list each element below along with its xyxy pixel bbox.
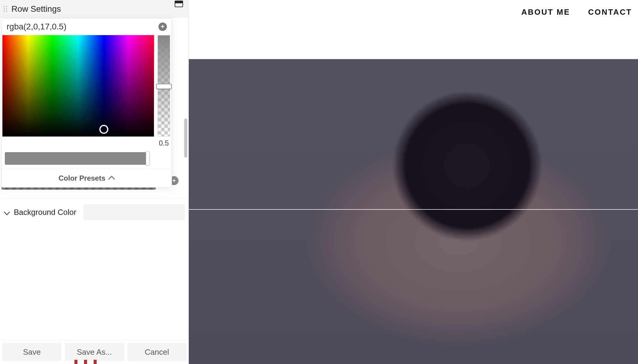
add-color-button[interactable]: + [158,23,167,31]
color-spectrum[interactable] [2,35,154,137]
save-button[interactable]: Save [2,343,61,361]
preview-divider-line [189,209,638,210]
alpha-value-text: 0.5 [159,139,169,147]
color-picker-header: rgba(2,0,17,0.5) + [2,18,172,35]
panel-scrollbar[interactable] [184,119,187,158]
color-presets-toggle[interactable]: Color Presets [2,169,172,187]
cancel-button[interactable]: Cancel [128,343,186,361]
nav-about-link[interactable]: ABOUT ME [521,8,570,17]
page-preview [189,59,638,364]
color-picker-popover: rgba(2,0,17,0.5) + 0.5 [2,18,172,188]
nav-contact-link[interactable]: CONTACT [588,8,632,17]
save-as-button[interactable]: Save As... [65,343,124,361]
drag-handle-icon[interactable] [4,6,7,12]
red-marks [74,360,97,364]
preview-color-overlay [189,59,638,364]
window-icon[interactable] [175,1,183,7]
background-color-field[interactable] [83,204,185,220]
chevron-down-icon [4,209,10,215]
alpha-slider[interactable] [158,35,170,137]
spectrum-cursor[interactable] [99,125,108,134]
background-color-section[interactable]: Background Color [0,199,189,225]
saturation-handle[interactable] [146,151,149,166]
chevron-up-icon [108,176,115,183]
section-title: Background Color [14,208,76,217]
alpha-handle[interactable] [156,84,172,89]
color-presets-label: Color Presets [59,174,105,182]
settings-panel: Row Settings rgba(2,0,17,0.5) + 0.5 [0,0,189,364]
saturation-slider[interactable] [5,152,149,165]
plus-icon: + [161,23,165,30]
panel-title: Row Settings [11,4,61,14]
top-nav: ABOUT ME CONTACT [521,0,638,24]
color-value-text[interactable]: rgba(2,0,17,0.5) [7,22,66,32]
panel-header[interactable]: Row Settings [0,0,188,18]
plus-icon: + [172,177,176,184]
